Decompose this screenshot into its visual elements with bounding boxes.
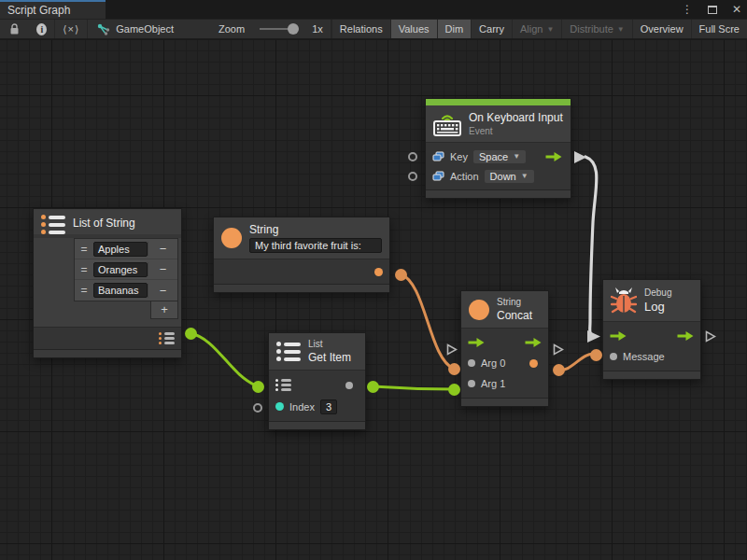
result-output-port[interactable] (529, 359, 538, 368)
wire-getitem-to-concat[interactable] (373, 386, 454, 389)
flow-output-arrow-icon[interactable] (545, 152, 562, 161)
port-label-arg1: Arg 1 (481, 378, 505, 389)
string-output-port[interactable] (374, 268, 383, 276)
node-concat[interactable]: String Concat Arg 0 (460, 290, 549, 407)
node-title: Concat (497, 309, 532, 322)
list-editor: = Apples − = Oranges − = Bananas − (74, 238, 178, 301)
zoom-slider-handle[interactable] (288, 23, 299, 35)
concat-arg0-wire-ball[interactable] (448, 363, 460, 375)
list-item-input[interactable]: Bananas (93, 283, 148, 298)
zoom-slider[interactable] (260, 28, 297, 30)
port-label-index: Index (289, 401, 315, 413)
arg1-input-port[interactable] (468, 380, 475, 387)
debug-flow-out-unconnected[interactable] (705, 330, 716, 343)
bug-icon (611, 286, 637, 315)
drag-handle-icon[interactable]: = (75, 243, 93, 256)
node-category: String (497, 297, 532, 307)
node-footer (269, 421, 365, 429)
node-footer (34, 349, 181, 357)
getitem-index-unconnected-port[interactable] (253, 403, 262, 413)
remove-item-button[interactable]: − (148, 242, 177, 256)
concat-flow-out-unconnected[interactable] (553, 343, 564, 356)
concat-result-wire-ball[interactable] (553, 364, 565, 376)
dropdown-caret-icon: ▼ (617, 25, 625, 34)
add-item-button[interactable]: + (150, 301, 178, 319)
debug-flow-in-connector[interactable] (586, 329, 601, 343)
info-icon: i (36, 23, 47, 35)
tab-bar: Script Graph ⋮ ✕ (0, 0, 747, 19)
dropdown-caret-icon: ▼ (521, 172, 529, 180)
info-button[interactable]: i (29, 20, 55, 38)
toolbar-button-dim[interactable]: Dim (438, 20, 472, 38)
item-output-port[interactable] (345, 382, 353, 389)
window-menu-icon[interactable]: ⋮ (682, 3, 693, 16)
flow-input-arrow-icon[interactable] (610, 331, 627, 341)
drag-handle-icon[interactable]: = (75, 284, 93, 297)
node-title: List of String (73, 217, 135, 230)
concat-arg1-wire-ball[interactable] (448, 384, 460, 396)
node-on-keyboard-input[interactable]: On Keyboard Input Event Key Space ▼ (425, 98, 571, 199)
tab-title: Script Graph (7, 4, 70, 17)
code-icon: ⟨×⟩ (63, 23, 79, 35)
toolbar-button-values[interactable]: Values (391, 20, 438, 38)
graph-canvas[interactable]: On Keyboard Input Event Key Space ▼ (0, 40, 747, 560)
node-debug-log[interactable]: Debug Log Message (602, 279, 701, 380)
string-type-icon (469, 300, 489, 320)
node-category: Debug (644, 287, 671, 298)
node-title: Log (644, 300, 671, 314)
keyboard-trigger-connector[interactable] (573, 150, 587, 164)
wire-keyboard-to-debug[interactable] (585, 157, 597, 336)
message-input-port[interactable] (610, 353, 617, 360)
action-dropdown[interactable]: Down ▼ (485, 170, 534, 183)
index-input-port[interactable] (275, 402, 284, 411)
node-footer (461, 398, 548, 406)
gameobject-label: GameObject (116, 23, 174, 35)
toolbar-button-carry[interactable]: Carry (472, 20, 513, 38)
lock-icon (9, 23, 20, 35)
wire-list-to-getitem[interactable] (190, 333, 256, 385)
concat-flow-in-unconnected[interactable] (446, 343, 458, 356)
string-output-wire-ball[interactable] (395, 269, 407, 281)
toolbar-button-relations[interactable]: Relations (332, 20, 391, 38)
edit-code-button[interactable]: ⟨×⟩ (55, 20, 88, 38)
gameobject-target[interactable]: GameObject (88, 20, 183, 38)
key-dropdown[interactable]: Space ▼ (473, 150, 526, 163)
zoom-level: 1x (304, 20, 331, 38)
keyboard-key-unconnected-port[interactable] (408, 152, 417, 161)
toolbar-button-fullscreen[interactable]: Full Scre (692, 20, 747, 38)
tab-script-graph[interactable]: Script Graph (0, 0, 106, 19)
remove-item-button[interactable]: − (148, 262, 177, 276)
port-label-message: Message (623, 351, 665, 362)
toolbar-button-align[interactable]: Align ▼ (513, 20, 562, 38)
getitem-list-input-wire-ball[interactable] (252, 381, 264, 393)
flow-input-arrow-icon[interactable] (468, 338, 485, 347)
maximize-icon[interactable] (708, 6, 717, 14)
string-value-input[interactable]: My third favorite fruit is: (249, 238, 382, 253)
action-icon (432, 171, 444, 182)
port-label-arg0: Arg 0 (481, 357, 505, 369)
drag-handle-icon[interactable]: = (75, 263, 93, 276)
debug-message-wire-ball[interactable] (590, 349, 602, 361)
list-item-input[interactable]: Apples (93, 242, 148, 257)
node-footer (603, 371, 700, 379)
getitem-output-wire-ball[interactable] (367, 381, 379, 393)
index-value-input[interactable]: 3 (320, 399, 337, 414)
close-icon[interactable]: ✕ (732, 3, 741, 16)
flow-output-arrow-icon[interactable] (677, 331, 694, 341)
toolbar-button-distribute[interactable]: Distribute ▼ (562, 20, 632, 38)
list-input-port[interactable] (275, 379, 291, 391)
node-list-of-string[interactable]: List of String = Apples − = Oranges − (33, 208, 182, 358)
list-output-port[interactable] (159, 332, 175, 344)
keyboard-action-unconnected-port[interactable] (408, 172, 417, 181)
toolbar-button-overview[interactable]: Overview (633, 20, 692, 38)
event-accent-bar (426, 99, 571, 105)
list-output-wire-ball[interactable] (185, 328, 197, 340)
arg0-input-port[interactable] (468, 359, 475, 367)
node-get-item[interactable]: List Get Item Index 3 (268, 332, 366, 430)
node-string-literal[interactable]: String My third favorite fruit is: (213, 217, 390, 293)
list-item-input[interactable]: Oranges (93, 262, 148, 277)
flow-output-arrow-icon[interactable] (525, 338, 542, 347)
lock-button[interactable] (0, 20, 29, 38)
remove-item-button[interactable]: − (148, 284, 177, 298)
node-footer (426, 189, 571, 198)
